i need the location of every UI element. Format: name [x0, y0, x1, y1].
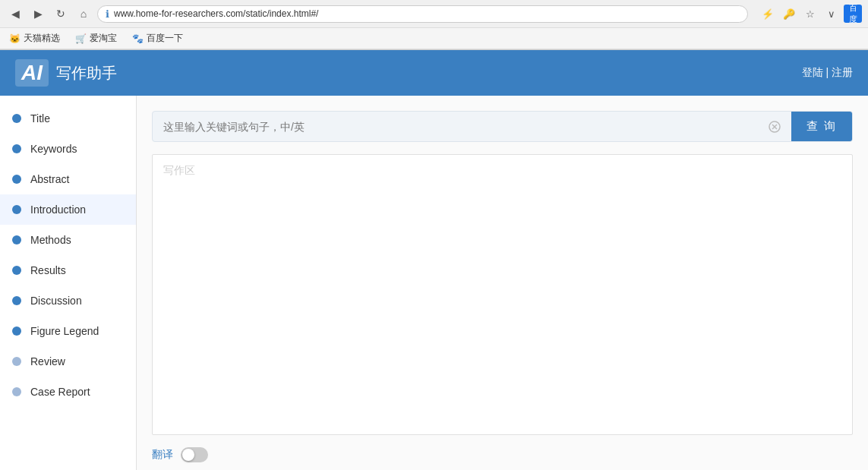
search-input[interactable]: [153, 113, 758, 140]
translate-toggle[interactable]: [181, 447, 208, 462]
sidebar-label-review: Review: [30, 355, 65, 367]
sidebar-item-abstract[interactable]: Abstract: [0, 164, 136, 194]
translate-row: 翻译: [152, 447, 853, 462]
key-icon[interactable]: 🔑: [780, 5, 798, 23]
browser-right-icons: ⚡ 🔑 ☆ ∨ 百度: [759, 5, 862, 23]
app-body: Title Keywords Abstract Introduction Met…: [0, 96, 868, 470]
auth-separator: |: [823, 66, 832, 78]
sidebar-item-results[interactable]: Results: [0, 255, 136, 285]
search-bar: 查 询: [152, 111, 853, 142]
bookmarks-bar: 🐱 天猫精选 🛒 爱淘宝 🐾 百度一下: [0, 28, 868, 49]
sidebar-dot-abstract: [12, 175, 21, 184]
sidebar-dot-keywords: [12, 144, 21, 153]
search-button[interactable]: 查 询: [791, 112, 852, 141]
sidebar-dot-title: [12, 114, 21, 123]
sidebar-label-case-report: Case Report: [30, 386, 90, 398]
sidebar-dot-case-report: [12, 387, 21, 396]
bookmark-tianmao-label: 天猫精选: [24, 32, 60, 45]
sidebar-label-methods: Methods: [30, 234, 71, 246]
back-button[interactable]: ◀: [6, 5, 24, 23]
app-auth: 登陆 | 注册: [802, 66, 853, 80]
sidebar-label-results: Results: [30, 264, 66, 276]
sidebar-item-discussion[interactable]: Discussion: [0, 285, 136, 316]
sidebar-label-abstract: Abstract: [30, 173, 69, 185]
info-icon: ℹ: [106, 8, 109, 20]
address-bar[interactable]: ℹ www.home-for-researchers.com/static/in…: [97, 5, 748, 23]
tianmao-icon: 🐱: [9, 33, 21, 44]
sidebar-label-title: Title: [30, 112, 50, 125]
sidebar: Title Keywords Abstract Introduction Met…: [0, 96, 137, 470]
home-button[interactable]: ⌂: [74, 5, 93, 23]
baidu-icon: 🐾: [132, 33, 144, 44]
baidu-button[interactable]: 百度: [844, 5, 862, 23]
sidebar-item-methods[interactable]: Methods: [0, 225, 136, 255]
app-title: 写作助手: [56, 63, 117, 84]
sidebar-dot-methods: [12, 235, 21, 244]
star-icon[interactable]: ☆: [801, 5, 819, 23]
write-textarea[interactable]: [153, 155, 852, 434]
sidebar-label-figure-legend: Figure Legend: [30, 325, 99, 337]
app-header: AI 写作助手 登陆 | 注册: [0, 50, 868, 96]
register-link[interactable]: 注册: [832, 66, 853, 78]
sidebar-label-keywords: Keywords: [30, 143, 77, 155]
sidebar-label-introduction: Introduction: [30, 203, 86, 216]
sidebar-dot-results: [12, 266, 21, 275]
sidebar-item-title[interactable]: Title: [0, 103, 136, 134]
browser-chrome: ◀ ▶ ↻ ⌂ ℹ www.home-for-researchers.com/s…: [0, 0, 868, 50]
logo-icon: AI: [15, 59, 49, 87]
write-area[interactable]: 写作区: [152, 154, 853, 435]
sidebar-dot-introduction: [12, 205, 21, 214]
sidebar-label-discussion: Discussion: [30, 295, 82, 307]
bookmark-baidu[interactable]: 🐾 百度一下: [129, 30, 186, 46]
sidebar-item-review[interactable]: Review: [0, 346, 136, 377]
taobao-icon: 🛒: [75, 33, 87, 44]
search-clear-button[interactable]: [764, 116, 785, 137]
sidebar-dot-discussion: [12, 296, 21, 305]
refresh-button[interactable]: ↻: [52, 5, 70, 23]
bookmark-tianmao[interactable]: 🐱 天猫精选: [6, 30, 63, 46]
bookmark-baidu-label: 百度一下: [147, 32, 183, 45]
content-area: 查 询 写作区 翻译: [137, 96, 868, 470]
chevron-icon[interactable]: ∨: [822, 5, 841, 23]
sidebar-dot-review: [12, 357, 21, 366]
bookmark-taobao-label: 爱淘宝: [90, 32, 117, 45]
translate-label: 翻译: [152, 448, 173, 462]
browser-toolbar: ◀ ▶ ↻ ⌂ ℹ www.home-for-researchers.com/s…: [0, 0, 868, 28]
toggle-knob: [182, 449, 194, 461]
forward-button[interactable]: ▶: [29, 5, 47, 23]
login-link[interactable]: 登陆: [802, 66, 823, 78]
sidebar-item-keywords[interactable]: Keywords: [0, 134, 136, 164]
sidebar-dot-figure-legend: [12, 326, 21, 336]
sidebar-item-case-report[interactable]: Case Report: [0, 377, 136, 407]
url-text: www.home-for-researchers.com/static/inde…: [114, 8, 740, 19]
sidebar-item-introduction[interactable]: Introduction: [0, 194, 136, 225]
lightning-icon[interactable]: ⚡: [759, 5, 777, 23]
bookmark-taobao[interactable]: 🛒 爱淘宝: [72, 30, 120, 46]
app-logo: AI 写作助手: [15, 59, 117, 87]
sidebar-item-figure-legend[interactable]: Figure Legend: [0, 316, 136, 346]
